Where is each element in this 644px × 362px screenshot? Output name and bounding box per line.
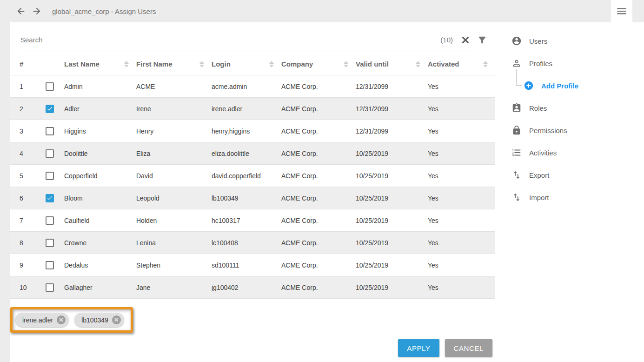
page-title: global_acme_corp - Assign Users (52, 7, 156, 15)
row-checkbox[interactable] (46, 194, 54, 202)
cell-activated: Yes (428, 284, 495, 291)
cell-valid-until: 12/31/2099 (356, 105, 428, 113)
sidebar-item-label: Roles (529, 104, 547, 112)
table-row[interactable]: 8 Crowne Lenina lc100408 ACME Corp. 10/2… (10, 232, 495, 254)
sidebar-item-import[interactable]: Import (511, 186, 644, 208)
row-number: 4 (20, 150, 46, 157)
table-row[interactable]: 7 Caulfield Holden hc100317 ACME Corp. 1… (10, 209, 495, 232)
cell-company: ACME Corp. (281, 83, 356, 90)
cell-login: jg100402 (212, 284, 281, 291)
cell-valid-until: 12/31/2099 (356, 83, 428, 90)
row-checkbox[interactable] (46, 149, 54, 158)
badge-icon (511, 103, 522, 113)
cell-first-name: ACME (136, 83, 212, 90)
sort-icon[interactable] (344, 61, 348, 67)
row-checkbox[interactable] (46, 172, 54, 180)
sidebar-item-label: Profiles (529, 60, 552, 67)
cell-last-name: Copperfield (64, 172, 136, 180)
column-header-valid-until[interactable]: Valid until (356, 60, 428, 68)
row-checkbox[interactable] (46, 239, 54, 247)
cell-activated: Yes (428, 194, 495, 202)
sidebar-item-activities[interactable]: Activities (511, 141, 644, 164)
chip-remove-icon[interactable]: ✕ (57, 315, 66, 324)
cell-valid-until: 10/25/2019 (356, 194, 428, 202)
table-row[interactable]: 2 Adler Irene irene.adler ACME Corp. 12/… (10, 98, 495, 120)
chip-label: irene.adler (22, 316, 53, 324)
filter-icon[interactable] (477, 35, 487, 45)
cell-first-name: Leopold (136, 194, 212, 202)
row-checkbox[interactable] (46, 283, 54, 292)
action-buttons: APPLY CANCEL (10, 339, 495, 357)
table-row[interactable]: 9 Dedalus Stephen sd100111 ACME Corp. 10… (10, 254, 495, 276)
row-number: 1 (20, 83, 46, 90)
sidebar-nav: Users Profiles Add Profile Roles Permiss… (495, 22, 644, 208)
cell-last-name: Crowne (64, 239, 136, 247)
table-row[interactable]: 6 Bloom Leopold lb100349 ACME Corp. 10/2… (10, 187, 495, 209)
selected-user-chip[interactable]: lb100349 ✕ (74, 313, 124, 327)
column-header-activated[interactable]: Activated (428, 60, 495, 68)
row-number: 10 (20, 284, 46, 291)
sidebar-item-profiles[interactable]: Profiles (511, 52, 644, 74)
cell-valid-until: 12/31/2099 (356, 127, 428, 135)
row-checkbox[interactable] (46, 127, 54, 135)
search-input[interactable] (20, 35, 440, 44)
apply-button[interactable]: APPLY (398, 339, 439, 357)
cell-valid-until: 10/25/2019 (356, 172, 428, 180)
cell-company: ACME Corp. (281, 127, 356, 135)
cell-last-name: Higgins (64, 127, 136, 135)
column-header-last-name[interactable]: Last Name (64, 60, 136, 68)
row-checkbox[interactable] (46, 105, 54, 113)
cell-activated: Yes (428, 105, 495, 113)
table-row[interactable]: 10 Gallagher Jane jg100402 ACME Corp. 10… (10, 276, 495, 299)
search-field[interactable]: (10) (20, 29, 471, 51)
cell-company: ACME Corp. (281, 239, 356, 247)
cell-first-name: Henry (136, 127, 212, 135)
row-checkbox[interactable] (46, 261, 54, 269)
sidebar-item-users[interactable]: Users (511, 30, 644, 52)
sort-icon[interactable] (124, 61, 129, 67)
sort-icon[interactable] (269, 61, 274, 67)
cell-login: henry.higgins (212, 127, 281, 135)
cell-first-name: Holden (136, 217, 212, 224)
sidebar-item-roles[interactable]: Roles (511, 97, 644, 119)
sidebar-item-export[interactable]: Export (511, 164, 644, 186)
cancel-button[interactable]: CANCEL (445, 339, 492, 357)
column-header-company[interactable]: Company (281, 60, 356, 68)
top-bar: global_acme_corp - Assign Users (0, 0, 644, 22)
column-label: Company (281, 60, 313, 68)
cell-activated: Yes (428, 217, 495, 224)
cell-activated: Yes (428, 127, 495, 135)
person-outline-icon (511, 58, 522, 68)
cell-company: ACME Corp. (281, 194, 356, 202)
back-arrow-icon[interactable] (16, 6, 26, 16)
sidebar-item-add-profile[interactable]: Add Profile (511, 74, 644, 97)
sidebar-item-label: Add Profile (541, 82, 578, 90)
sidebar-item-label: Permissions (529, 127, 567, 134)
list-numbered-icon (511, 147, 522, 158)
sidebar-item-permissions[interactable]: Permissions (511, 119, 644, 141)
clear-search-icon[interactable] (460, 35, 471, 45)
chip-remove-icon[interactable]: ✕ (112, 315, 121, 324)
table-row[interactable]: 5 Copperfield David david.copperfield AC… (10, 165, 495, 187)
sort-icon[interactable] (199, 61, 204, 67)
sort-icon[interactable] (483, 61, 488, 67)
column-header-login[interactable]: Login (212, 60, 281, 68)
cell-first-name: David (136, 172, 212, 180)
row-number: 5 (20, 172, 46, 180)
add-circle-icon (524, 80, 534, 91)
column-label: Activated (428, 60, 459, 68)
cell-last-name: Doolittle (64, 150, 136, 157)
forward-arrow-icon[interactable] (32, 6, 42, 16)
table-row[interactable]: 3 Higgins Henry henry.higgins ACME Corp.… (10, 120, 495, 142)
row-checkbox[interactable] (46, 82, 54, 91)
table-row[interactable]: 1 Admin ACME acme.admin ACME Corp. 12/31… (10, 75, 495, 98)
column-label: First Name (136, 60, 173, 68)
hamburger-menu-button[interactable] (611, 0, 632, 22)
table-row[interactable]: 4 Doolittle Eliza eliza.doolittle ACME C… (10, 142, 495, 165)
cell-first-name: Irene (136, 105, 212, 113)
selected-user-chip[interactable]: irene.adler ✕ (15, 313, 69, 327)
column-header-first-name[interactable]: First Name (136, 60, 212, 68)
sort-icon[interactable] (416, 61, 420, 67)
row-checkbox[interactable] (46, 216, 54, 225)
cell-valid-until: 10/25/2019 (356, 261, 428, 269)
